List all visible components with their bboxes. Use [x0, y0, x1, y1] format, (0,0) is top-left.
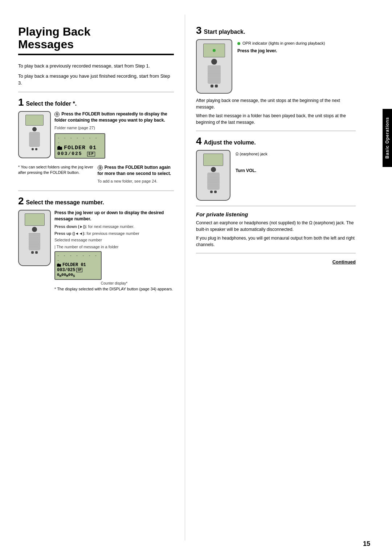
sidebar-tab: Basic Operations — [383, 109, 392, 167]
step3-label: Start playback. — [204, 29, 245, 35]
lcd1-total: 025 — [72, 151, 82, 156]
lcd2-dashes: - - - - - - - - — [57, 253, 99, 262]
private-section: For private listening Connect an earphon… — [196, 211, 356, 248]
step2-note1-text: for next message number. — [88, 224, 134, 229]
step2-note4: The number of message in a folder — [57, 245, 119, 249]
device-recorder-4 — [196, 150, 230, 201]
lcd2-folder: FOLDER 01 — [62, 262, 86, 268]
folder-icon-2 — [57, 264, 61, 267]
lcd1-folder-text: FOLDER 01 — [64, 145, 97, 151]
device-speaker-1 — [29, 132, 40, 147]
private-text2: If you plug in headphones, you will get … — [196, 235, 356, 248]
intro-text-2: To play back a message you have just fin… — [18, 73, 174, 87]
step1-label: Select the folder *. — [26, 101, 77, 107]
lcd2-row1: FOLDER 01 — [57, 262, 99, 268]
lcd2-slash: / — [65, 268, 68, 273]
step2-instructions: Press the jog lever up or down to displa… — [54, 210, 174, 291]
pipe: | — [54, 245, 56, 249]
lcd1-counter: 003 — [57, 151, 68, 156]
step1-inst2: ② Press the FOLDER button again for more… — [98, 164, 174, 177]
device-recorder-3 — [196, 39, 232, 94]
page-number: 15 — [363, 540, 370, 548]
step1-device-image — [18, 111, 51, 161]
lcd1-sep: / — [68, 151, 72, 156]
private-text1: Connect an earphone or headphones (not s… — [196, 220, 356, 233]
step2-footnote: * The display selected with the DISPLAY … — [54, 287, 174, 291]
step2-label: Select the message number. — [26, 199, 104, 206]
step2-device-image — [18, 210, 51, 291]
folder-icon-1 — [57, 146, 62, 150]
lcd2-counter: 003 — [57, 268, 65, 273]
circle-1: ① — [54, 112, 60, 117]
step3-number: 3 — [196, 25, 202, 36]
step1-inst1: ① Press the FOLDER button repeatedly to … — [54, 111, 174, 123]
step3-device-area: OPR indicator (lights in green during pl… — [196, 39, 356, 94]
lcd1-row1: FOLDER 01 — [57, 145, 102, 151]
device2-screen — [25, 213, 45, 226]
intro-text-1: To play back a previously recorded messa… — [18, 62, 174, 70]
device4-screen — [203, 154, 223, 166]
step2-content: Press the jog lever up or down to displa… — [18, 210, 174, 291]
opr-indicator — [213, 49, 216, 52]
step4-header: 4 Adjust the volume. — [196, 136, 356, 146]
step2-header: 2 Select the message number. — [18, 196, 174, 206]
step4-callout-text: Turn VOL. — [236, 168, 256, 173]
step3-opr-text: OPR indicator (lights in green during pl… — [242, 41, 325, 45]
page-title: Playing Back Messages — [18, 25, 174, 55]
step2-inst-bold: Press the jog lever up or down to displa… — [54, 210, 174, 222]
divider-4 — [196, 206, 356, 206]
lcd2-time: 0H00M00S — [57, 273, 99, 278]
step2-footnote-text: The display selected with the DISPLAY bu… — [57, 287, 173, 291]
step2-note3: Selected message number — [54, 237, 174, 243]
step1-content: ① Press the FOLDER button repeatedly to … — [18, 111, 174, 161]
divider-5 — [196, 253, 356, 253]
step3-header: 3 Start playback. — [196, 25, 356, 36]
step2-note2-bold: Press up (|◄◄): — [54, 231, 85, 236]
divider-3 — [196, 131, 356, 131]
step3-callout-text: Press the jog lever. — [237, 48, 277, 53]
continued-label: Continued — [196, 259, 356, 265]
lcd1-row2: 003/025 SP — [57, 151, 102, 156]
title-line2: Messages — [18, 38, 74, 51]
step2-note2-text: for previous message number — [86, 231, 139, 236]
counter-display-label: Counter display* — [54, 281, 174, 285]
title-line1: Playing Back — [18, 25, 90, 38]
step4-label: Adjust the volume. — [204, 139, 256, 146]
lcd2-total: 025 — [68, 268, 75, 273]
step1-inst2-text: Press the FOLDER button again for more t… — [98, 165, 171, 176]
device-recorder-2 — [18, 210, 51, 266]
lcd1-dashes: - - - - - - - - — [57, 135, 102, 145]
step2-number: 2 — [18, 196, 24, 206]
step4-device-image — [196, 150, 230, 201]
step1-number: 1 — [18, 97, 24, 107]
step1-instructions: ① Press the FOLDER button repeatedly to … — [54, 111, 174, 161]
lcd2-container: - - - - - - - - FOLDER 01 003/025 SP 0H0… — [54, 251, 174, 285]
lcd2-row2: 003/025 SP — [57, 268, 99, 273]
private-heading: For private listening — [196, 211, 356, 217]
divider-1 — [18, 92, 174, 92]
step1-header: 1 Select the folder *. — [18, 97, 174, 107]
step4-earphone-text: Ω (earphone) jack — [236, 152, 268, 156]
device2-speaker — [29, 233, 40, 250]
device3-speaker — [208, 65, 221, 83]
step2-note4-line: | The number of message in a folder — [54, 244, 174, 250]
lcd1-sp: SP — [87, 152, 95, 156]
step4-vol-callout: Turn VOL. — [236, 168, 356, 173]
step4-annotations: Ω (earphone) jack Turn VOL. — [236, 150, 356, 201]
step1-inst1-text: Press the FOLDER button repeatedly to di… — [54, 111, 167, 123]
step2-note1: Press down (►|): for next message number… — [54, 224, 174, 229]
step1-inst2-area: ② Press the FOLDER button again for more… — [98, 164, 174, 185]
step4-device-area: Ω (earphone) jack Turn VOL. — [196, 150, 356, 201]
step1-folder-note: Folder name (page 27) — [54, 125, 174, 131]
step3-device-image — [196, 39, 232, 94]
step4-earphone-note: Ω (earphone) jack — [236, 151, 356, 157]
step3-annotations: OPR indicator (lights in green during pl… — [237, 39, 356, 94]
sidebar-label: Basic Operations — [385, 117, 390, 159]
step3-section: 3 Start playback. — [196, 25, 356, 126]
step1-footnote-left: * You can select folders using the jog l… — [18, 164, 95, 185]
step2-note1-bold: Press down (►|): — [54, 224, 87, 229]
lcd-display-1: - - - - - - - - FOLDER 01 003/025 SP — [54, 133, 105, 159]
device-screen-1 — [25, 115, 44, 126]
device4-speaker — [207, 173, 220, 189]
device-recorder-1 — [18, 111, 51, 158]
